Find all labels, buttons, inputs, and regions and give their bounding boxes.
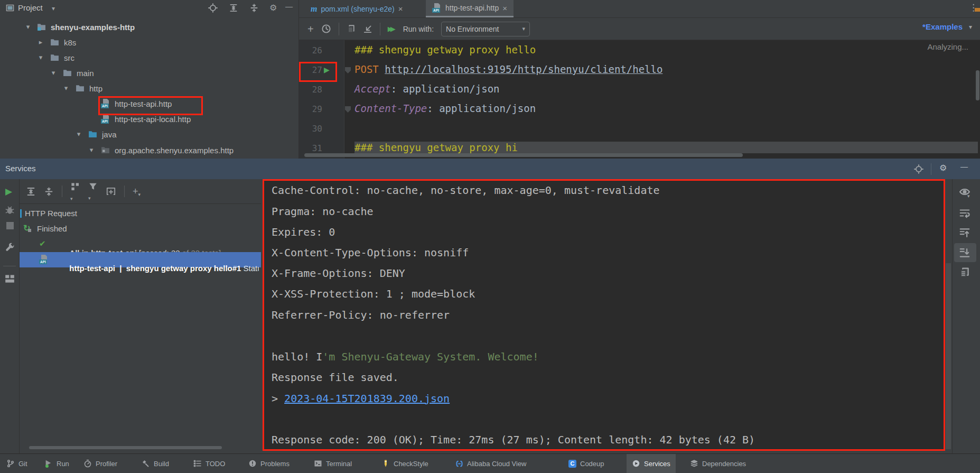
- tree-horizontal-scrollbar[interactable]: [29, 446, 222, 449]
- console-line-body: hello! I'm Shenyu-Gateway System. Welcom…: [272, 347, 539, 367]
- toolwindow-codeup[interactable]: C Codeup: [568, 454, 604, 473]
- chevron-down-icon[interactable]: ▾: [50, 69, 57, 77]
- editor-horizontal-scrollbar[interactable]: [304, 153, 743, 157]
- tool-window-icon: [6, 4, 14, 12]
- tree-item-http-test-api-local[interactable]: API http-test-api-local.http: [0, 112, 296, 127]
- toolwindow-terminal[interactable]: Terminal: [314, 454, 352, 473]
- fold-marker-icon[interactable]: [345, 106, 351, 113]
- open-log-icon[interactable]: [363, 24, 372, 34]
- gear-icon[interactable]: ⚙: [269, 3, 277, 13]
- hide-panel-icon[interactable]: —: [285, 2, 293, 11]
- toolwindow-problems[interactable]: Problems: [248, 454, 290, 473]
- chevron-down-icon[interactable]: ▾: [37, 53, 44, 61]
- tree-item-label: main: [77, 69, 94, 78]
- error-stripe-mark[interactable]: [975, 8, 980, 12]
- run-request-gutter-icon[interactable]: ▶: [324, 66, 330, 74]
- close-icon[interactable]: ×: [502, 4, 507, 13]
- editor-area: m pom.xml (shenyu-e2e) × API http-test-a…: [299, 0, 980, 159]
- history-icon[interactable]: [321, 24, 331, 34]
- header-name: Content-Type: [354, 103, 427, 114]
- toolwindow-profiler[interactable]: Profiler: [83, 454, 117, 473]
- toolwindow-label: Terminal: [326, 460, 352, 468]
- console-line: X-Content-Type-Options: nosniff: [272, 243, 469, 263]
- code-line-31[interactable]: ### shengyu getway proxy hi: [354, 142, 978, 153]
- toolwindow-build[interactable]: Build: [142, 454, 169, 473]
- tree-item-package[interactable]: ▾ org.apache.shenyu.examples.http: [0, 143, 296, 158]
- http-file-icon: API: [39, 255, 49, 264]
- console-right-toolbar: [952, 179, 980, 453]
- code-line-27[interactable]: POST http://localhost:9195/http/shenyu/c…: [354, 63, 662, 75]
- soft-wrap-icon[interactable]: [959, 207, 970, 219]
- add-service-icon[interactable]: [106, 186, 116, 197]
- tree-item-k8s[interactable]: ▸ k8s: [0, 35, 296, 50]
- chevron-down-icon[interactable]: ▾: [24, 23, 32, 31]
- toolwindow-run[interactable]: Run: [44, 454, 69, 473]
- chevron-down-icon[interactable]: ▾: [52, 5, 55, 12]
- request-url[interactable]: http://localhost:9195/http/shenyu/client…: [385, 63, 662, 75]
- line-number: 26: [301, 45, 322, 55]
- chevron-down-icon[interactable]: ▾: [62, 84, 70, 92]
- tree-item-main[interactable]: ▾ main: [0, 66, 296, 81]
- debug-icon[interactable]: [5, 205, 15, 216]
- service-row-http-request[interactable]: HTTP Request: [20, 206, 261, 221]
- close-icon[interactable]: ×: [398, 4, 403, 13]
- run-all-requests-icon[interactable]: ▶▶: [388, 25, 396, 33]
- tab-pom-xml[interactable]: m pom.xml (shenyu-e2e) ×: [304, 0, 409, 17]
- chevron-down-icon[interactable]: ▾: [969, 23, 972, 31]
- scroll-to-end-icon[interactable]: [959, 247, 970, 258]
- tree-item-java[interactable]: ▾ java: [0, 127, 296, 142]
- chevron-right-icon[interactable]: ▸: [37, 38, 44, 46]
- tree-item-src[interactable]: ▾ src: [0, 51, 296, 66]
- toolwindow-services[interactable]: Services: [627, 454, 676, 473]
- hide-panel-icon[interactable]: —: [960, 162, 968, 171]
- focus-indicator: [20, 209, 22, 218]
- collapse-all-icon[interactable]: [249, 3, 259, 13]
- tree-item-http-test-api[interactable]: API http-test-api.http: [0, 97, 296, 112]
- layout-icon[interactable]: [5, 274, 15, 284]
- console-vertical-scrollbar[interactable]: [946, 263, 951, 449]
- expand-all-icon[interactable]: [26, 187, 36, 197]
- service-row-suite[interactable]: ✔ All in http-test-api [passed: 32 of 32…: [20, 237, 261, 252]
- chevron-down-icon[interactable]: ▾: [75, 130, 82, 138]
- expand-all-icon[interactable]: [229, 3, 238, 13]
- services-panel-header[interactable]: Services ⚙ —: [0, 159, 980, 179]
- code-line-29[interactable]: Content-Type: application/json: [354, 103, 536, 114]
- locate-icon[interactable]: [208, 3, 218, 13]
- wrench-icon[interactable]: [5, 242, 15, 253]
- response-file-link[interactable]: 2023-04-15T201839.200.json: [284, 392, 450, 405]
- line-number: 31: [301, 143, 322, 153]
- toolwindow-todo[interactable]: TODO: [193, 454, 225, 473]
- tab-http-test-api[interactable]: API http-test-api.http ×: [426, 0, 514, 17]
- tree-item-project-root[interactable]: ▾ shenyu-examples-http: [0, 20, 296, 35]
- sources-folder-icon: [88, 130, 97, 139]
- toolwindow-dependencies[interactable]: Dependencies: [690, 454, 746, 473]
- service-row-selected-request[interactable]: API http-test-api | shengyu getway proxy…: [20, 252, 261, 267]
- console-line: Expires: 0: [272, 222, 335, 242]
- run-icon[interactable]: ▶: [5, 186, 16, 197]
- code-line-28[interactable]: Accept: application/json: [354, 83, 500, 95]
- project-panel-title[interactable]: Project: [18, 3, 43, 12]
- tree-item-http[interactable]: ▾ http: [0, 81, 296, 96]
- copy-icon[interactable]: [959, 267, 970, 279]
- filter-icon[interactable]: ▾: [88, 182, 98, 201]
- scroll-to-top-icon[interactable]: [959, 227, 970, 239]
- toolwindow-git[interactable]: Git: [6, 454, 27, 473]
- locate-icon[interactable]: [914, 164, 923, 174]
- copy-icon[interactable]: [347, 24, 356, 33]
- toolwindow-checkstyle[interactable]: CheckStyle: [381, 454, 428, 473]
- stop-icon[interactable]: [6, 222, 14, 229]
- code-line-26[interactable]: ### shengyu getway proxy hello: [354, 44, 536, 55]
- gear-icon[interactable]: ⚙: [939, 163, 947, 173]
- chevron-down-icon[interactable]: ▾: [88, 146, 95, 154]
- service-row-finished[interactable]: ↻ Finished: [20, 221, 261, 237]
- toolwindow-alibaba-cloud-view[interactable]: Alibaba Cloud View: [455, 454, 527, 473]
- environment-select[interactable]: No Environment ▾: [441, 22, 530, 36]
- preview-eye-icon[interactable]: ▾: [959, 186, 970, 198]
- editor-vertical-scrollbar[interactable]: [976, 70, 979, 100]
- collapse-all-icon[interactable]: [44, 187, 54, 197]
- add-request-icon[interactable]: +: [307, 24, 314, 34]
- add-icon[interactable]: +▾: [133, 186, 141, 197]
- group-by-icon[interactable]: ▾: [70, 182, 80, 201]
- run-configuration-select[interactable]: *Examples: [922, 22, 963, 31]
- fold-marker-icon[interactable]: [345, 67, 351, 73]
